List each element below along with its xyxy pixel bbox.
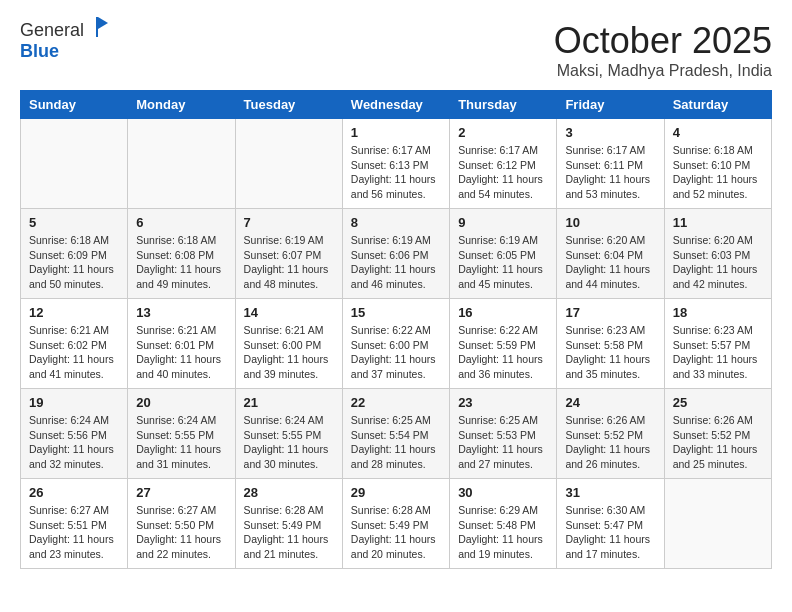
calendar-cell: 14Sunrise: 6:21 AM Sunset: 6:00 PM Dayli… [235, 299, 342, 389]
calendar-cell: 29Sunrise: 6:28 AM Sunset: 5:49 PM Dayli… [342, 479, 449, 569]
day-number: 5 [29, 215, 119, 230]
day-number: 3 [565, 125, 655, 140]
day-number: 14 [244, 305, 334, 320]
day-number: 13 [136, 305, 226, 320]
cell-sun-info: Sunrise: 6:24 AM Sunset: 5:56 PM Dayligh… [29, 413, 119, 472]
calendar-cell: 1Sunrise: 6:17 AM Sunset: 6:13 PM Daylig… [342, 119, 449, 209]
calendar-cell: 17Sunrise: 6:23 AM Sunset: 5:58 PM Dayli… [557, 299, 664, 389]
cell-sun-info: Sunrise: 6:18 AM Sunset: 6:09 PM Dayligh… [29, 233, 119, 292]
day-number: 6 [136, 215, 226, 230]
cell-sun-info: Sunrise: 6:17 AM Sunset: 6:12 PM Dayligh… [458, 143, 548, 202]
cell-sun-info: Sunrise: 6:23 AM Sunset: 5:58 PM Dayligh… [565, 323, 655, 382]
weekday-header-thursday: Thursday [450, 91, 557, 119]
cell-sun-info: Sunrise: 6:26 AM Sunset: 5:52 PM Dayligh… [673, 413, 763, 472]
calendar-cell: 24Sunrise: 6:26 AM Sunset: 5:52 PM Dayli… [557, 389, 664, 479]
calendar-cell: 26Sunrise: 6:27 AM Sunset: 5:51 PM Dayli… [21, 479, 128, 569]
cell-sun-info: Sunrise: 6:21 AM Sunset: 6:01 PM Dayligh… [136, 323, 226, 382]
day-number: 11 [673, 215, 763, 230]
week-row-5: 26Sunrise: 6:27 AM Sunset: 5:51 PM Dayli… [21, 479, 772, 569]
cell-sun-info: Sunrise: 6:24 AM Sunset: 5:55 PM Dayligh… [136, 413, 226, 472]
calendar-cell [664, 479, 771, 569]
cell-sun-info: Sunrise: 6:28 AM Sunset: 5:49 PM Dayligh… [351, 503, 441, 562]
weekday-header-row: SundayMondayTuesdayWednesdayThursdayFrid… [21, 91, 772, 119]
day-number: 18 [673, 305, 763, 320]
calendar-cell: 3Sunrise: 6:17 AM Sunset: 6:11 PM Daylig… [557, 119, 664, 209]
cell-sun-info: Sunrise: 6:21 AM Sunset: 6:00 PM Dayligh… [244, 323, 334, 382]
day-number: 22 [351, 395, 441, 410]
calendar-cell: 28Sunrise: 6:28 AM Sunset: 5:49 PM Dayli… [235, 479, 342, 569]
title-block: October 2025 Maksi, Madhya Pradesh, Indi… [554, 20, 772, 80]
day-number: 19 [29, 395, 119, 410]
calendar-cell: 16Sunrise: 6:22 AM Sunset: 5:59 PM Dayli… [450, 299, 557, 389]
calendar-cell: 20Sunrise: 6:24 AM Sunset: 5:55 PM Dayli… [128, 389, 235, 479]
day-number: 28 [244, 485, 334, 500]
svg-marker-0 [98, 17, 108, 29]
calendar-cell: 19Sunrise: 6:24 AM Sunset: 5:56 PM Dayli… [21, 389, 128, 479]
calendar-cell: 23Sunrise: 6:25 AM Sunset: 5:53 PM Dayli… [450, 389, 557, 479]
weekday-header-friday: Friday [557, 91, 664, 119]
day-number: 7 [244, 215, 334, 230]
month-title: October 2025 [554, 20, 772, 62]
location-text: Maksi, Madhya Pradesh, India [554, 62, 772, 80]
cell-sun-info: Sunrise: 6:18 AM Sunset: 6:08 PM Dayligh… [136, 233, 226, 292]
calendar-cell: 21Sunrise: 6:24 AM Sunset: 5:55 PM Dayli… [235, 389, 342, 479]
cell-sun-info: Sunrise: 6:23 AM Sunset: 5:57 PM Dayligh… [673, 323, 763, 382]
week-row-1: 1Sunrise: 6:17 AM Sunset: 6:13 PM Daylig… [21, 119, 772, 209]
day-number: 4 [673, 125, 763, 140]
cell-sun-info: Sunrise: 6:20 AM Sunset: 6:04 PM Dayligh… [565, 233, 655, 292]
calendar-cell: 7Sunrise: 6:19 AM Sunset: 6:07 PM Daylig… [235, 209, 342, 299]
calendar-cell: 15Sunrise: 6:22 AM Sunset: 6:00 PM Dayli… [342, 299, 449, 389]
day-number: 12 [29, 305, 119, 320]
cell-sun-info: Sunrise: 6:17 AM Sunset: 6:13 PM Dayligh… [351, 143, 441, 202]
cell-sun-info: Sunrise: 6:26 AM Sunset: 5:52 PM Dayligh… [565, 413, 655, 472]
cell-sun-info: Sunrise: 6:29 AM Sunset: 5:48 PM Dayligh… [458, 503, 548, 562]
calendar-cell: 13Sunrise: 6:21 AM Sunset: 6:01 PM Dayli… [128, 299, 235, 389]
day-number: 10 [565, 215, 655, 230]
calendar-cell [128, 119, 235, 209]
week-row-3: 12Sunrise: 6:21 AM Sunset: 6:02 PM Dayli… [21, 299, 772, 389]
day-number: 20 [136, 395, 226, 410]
cell-sun-info: Sunrise: 6:25 AM Sunset: 5:53 PM Dayligh… [458, 413, 548, 472]
cell-sun-info: Sunrise: 6:19 AM Sunset: 6:05 PM Dayligh… [458, 233, 548, 292]
calendar-table: SundayMondayTuesdayWednesdayThursdayFrid… [20, 90, 772, 569]
calendar-cell: 5Sunrise: 6:18 AM Sunset: 6:09 PM Daylig… [21, 209, 128, 299]
cell-sun-info: Sunrise: 6:30 AM Sunset: 5:47 PM Dayligh… [565, 503, 655, 562]
day-number: 8 [351, 215, 441, 230]
day-number: 9 [458, 215, 548, 230]
cell-sun-info: Sunrise: 6:28 AM Sunset: 5:49 PM Dayligh… [244, 503, 334, 562]
calendar-cell: 6Sunrise: 6:18 AM Sunset: 6:08 PM Daylig… [128, 209, 235, 299]
weekday-header-sunday: Sunday [21, 91, 128, 119]
calendar-cell [21, 119, 128, 209]
calendar-header: SundayMondayTuesdayWednesdayThursdayFrid… [21, 91, 772, 119]
calendar-cell: 10Sunrise: 6:20 AM Sunset: 6:04 PM Dayli… [557, 209, 664, 299]
calendar-cell: 25Sunrise: 6:26 AM Sunset: 5:52 PM Dayli… [664, 389, 771, 479]
cell-sun-info: Sunrise: 6:21 AM Sunset: 6:02 PM Dayligh… [29, 323, 119, 382]
calendar-cell: 27Sunrise: 6:27 AM Sunset: 5:50 PM Dayli… [128, 479, 235, 569]
calendar-cell: 12Sunrise: 6:21 AM Sunset: 6:02 PM Dayli… [21, 299, 128, 389]
logo-blue-text: Blue [20, 41, 59, 61]
day-number: 2 [458, 125, 548, 140]
cell-sun-info: Sunrise: 6:27 AM Sunset: 5:50 PM Dayligh… [136, 503, 226, 562]
day-number: 26 [29, 485, 119, 500]
day-number: 17 [565, 305, 655, 320]
calendar-cell: 2Sunrise: 6:17 AM Sunset: 6:12 PM Daylig… [450, 119, 557, 209]
cell-sun-info: Sunrise: 6:22 AM Sunset: 6:00 PM Dayligh… [351, 323, 441, 382]
cell-sun-info: Sunrise: 6:25 AM Sunset: 5:54 PM Dayligh… [351, 413, 441, 472]
day-number: 16 [458, 305, 548, 320]
calendar-cell: 30Sunrise: 6:29 AM Sunset: 5:48 PM Dayli… [450, 479, 557, 569]
day-number: 23 [458, 395, 548, 410]
cell-sun-info: Sunrise: 6:18 AM Sunset: 6:10 PM Dayligh… [673, 143, 763, 202]
week-row-4: 19Sunrise: 6:24 AM Sunset: 5:56 PM Dayli… [21, 389, 772, 479]
calendar-cell: 11Sunrise: 6:20 AM Sunset: 6:03 PM Dayli… [664, 209, 771, 299]
cell-sun-info: Sunrise: 6:20 AM Sunset: 6:03 PM Dayligh… [673, 233, 763, 292]
calendar-cell: 8Sunrise: 6:19 AM Sunset: 6:06 PM Daylig… [342, 209, 449, 299]
calendar-cell: 22Sunrise: 6:25 AM Sunset: 5:54 PM Dayli… [342, 389, 449, 479]
logo-flag-icon [86, 15, 110, 39]
cell-sun-info: Sunrise: 6:27 AM Sunset: 5:51 PM Dayligh… [29, 503, 119, 562]
day-number: 24 [565, 395, 655, 410]
weekday-header-saturday: Saturday [664, 91, 771, 119]
weekday-header-monday: Monday [128, 91, 235, 119]
svg-rect-1 [96, 17, 98, 37]
logo: General Blue [20, 20, 110, 62]
cell-sun-info: Sunrise: 6:17 AM Sunset: 6:11 PM Dayligh… [565, 143, 655, 202]
